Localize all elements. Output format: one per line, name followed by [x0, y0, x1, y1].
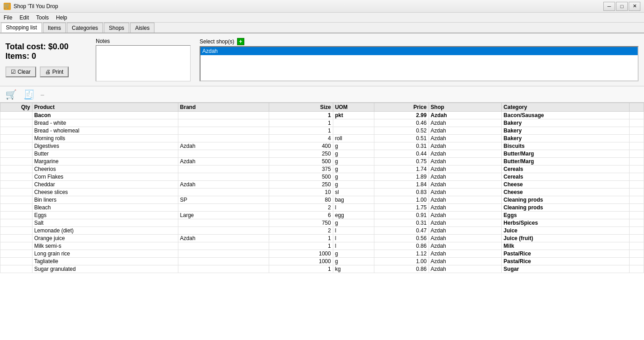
menu-bar: File Edit Tools Help [0, 13, 644, 23]
table-cell-8 [629, 119, 644, 127]
table-row[interactable]: Bread - white10.46AzdahBakery [0, 119, 644, 127]
menu-tools[interactable]: Tools [33, 14, 52, 22]
tab-items[interactable]: Items [43, 23, 66, 33]
table-cell-1: Lemonade (diet) [32, 227, 178, 235]
table-cell-1: Corn Flakes [32, 173, 178, 181]
table-cell-7: Pasta/Rice [502, 258, 630, 265]
table-container[interactable]: Qty Product Brand Size UOM Price Shop Ca… [0, 103, 644, 340]
table-cell-3: 250 [269, 181, 333, 189]
close-button[interactable]: ✕ [629, 2, 640, 11]
table-cell-0 [0, 258, 33, 265]
table-cell-5: 0.83 [374, 189, 429, 196]
table-cell-1: Bleach [32, 204, 178, 212]
notes-label: Notes [96, 38, 191, 44]
notes-textarea[interactable] [96, 45, 191, 81]
table-cell-5: 0.44 [374, 150, 429, 158]
table-cell-5: 0.47 [374, 227, 429, 235]
table-cell-6: Azdah [429, 181, 501, 189]
table-row[interactable]: Long grain rice1000g1.12AzdahPasta/Rice [0, 250, 644, 258]
table-cell-6: Azdah [429, 204, 501, 212]
table-row[interactable]: Butter250g0.44AzdahButter/Marg [0, 150, 644, 158]
table-cell-2: SP [178, 196, 269, 204]
table-cell-5: 1.12 [374, 250, 429, 258]
table-row[interactable]: Lemonade (diet)2l0.47AzdahJuice [0, 227, 644, 235]
shop-listbox[interactable]: Azdah [200, 46, 639, 81]
table-row[interactable]: Bread - wholemeal10.52AzdahBakery [0, 127, 644, 135]
table-row[interactable]: Bleach2l1.75AzdahCleaning prods [0, 204, 644, 212]
table-cell-1: Butter [32, 150, 178, 158]
maximize-button[interactable]: □ [616, 2, 628, 11]
menu-edit[interactable]: Edit [16, 14, 33, 22]
table-row[interactable]: Cheerios375g1.74AzdahCereals [0, 165, 644, 173]
tab-shops[interactable]: Shops [104, 23, 129, 33]
table-cell-5: 0.52 [374, 127, 429, 135]
table-cell-7: Cleaning prods [502, 204, 630, 212]
table-row[interactable]: Milk semi-s1l0.86AzdahMilk [0, 242, 644, 250]
table-cell-4: l [333, 242, 374, 250]
table-cell-4: g [333, 219, 374, 227]
table-cell-7: Cereals [502, 173, 630, 181]
items-count: Items: 0 [5, 52, 87, 61]
table-cell-0 [0, 219, 33, 227]
table-cell-5: 0.51 [374, 135, 429, 142]
table-cell-4: l [333, 227, 374, 235]
table-cell-4: g [333, 142, 374, 150]
print-button[interactable]: 🖨 Print [40, 66, 69, 77]
table-cell-1: Margarine [32, 158, 178, 165]
add-shop-button[interactable]: + [237, 38, 244, 45]
table-cell-2 [178, 127, 269, 135]
tab-categories[interactable]: Categories [67, 23, 103, 33]
table-row[interactable]: DigestivesAzdah400g0.31AzdahBiscuits [0, 142, 644, 150]
table-cell-7: Bakery [502, 119, 630, 127]
table-cell-2: Azdah [178, 142, 269, 150]
table-cell-6: Azdah [429, 250, 501, 258]
table-row[interactable]: Corn Flakes500g1.89AzdahCereals [0, 173, 644, 181]
table-cell-6: Azdah [429, 158, 501, 165]
table-row[interactable]: EggsLarge6egg0.91AzdahEggs [0, 212, 644, 219]
table-cell-7: Juice [502, 227, 630, 235]
minimize-button[interactable]: ─ [603, 2, 615, 11]
table-cell-3: 6 [269, 212, 333, 219]
table-cell-2: Azdah [178, 181, 269, 189]
table-cell-4: g [333, 258, 374, 265]
shop-select-header: Select shop(s) + [200, 38, 639, 45]
table-cell-3: 1 [269, 265, 333, 273]
menu-help[interactable]: Help [52, 14, 71, 22]
table-cell-8 [629, 258, 644, 265]
table-cell-2 [178, 204, 269, 212]
shop-listbox-item[interactable]: Azdah [201, 47, 638, 55]
grocery-icon[interactable]: 🛒 [4, 88, 18, 101]
table-row[interactable]: Tagliatelle1000g1.00AzdahPasta/Rice [0, 258, 644, 265]
table-cell-0 [0, 112, 33, 119]
table-cell-0 [0, 142, 33, 150]
table-row[interactable]: Sugar granulated1kg0.86AzdahSugar [0, 265, 644, 273]
tab-shopping-list[interactable]: Shopping list [1, 23, 42, 33]
table-row[interactable]: Salt750g0.31AzdahHerbs/Spices [0, 219, 644, 227]
table-cell-3: 1 [269, 119, 333, 127]
table-cell-2: Large [178, 212, 269, 219]
table-row[interactable]: MargarineAzdah500g0.75AzdahButter/Marg [0, 158, 644, 165]
table-cell-8 [629, 135, 644, 142]
receipt-icon[interactable]: 🧾 [22, 88, 36, 101]
table-row[interactable]: Orange juiceAzdah1l0.56AzdahJuice (fruit… [0, 235, 644, 242]
clear-button[interactable]: ☑ Clear [5, 66, 36, 77]
menu-file[interactable]: File [0, 14, 16, 22]
table-cell-3: 80 [269, 196, 333, 204]
table-row[interactable]: Bin linersSP80bag1.00AzdahCleaning prods [0, 196, 644, 204]
table-row[interactable]: Morning rolls4roll0.51AzdahBakery [0, 135, 644, 142]
table-cell-7: Cheese [502, 189, 630, 196]
table-cell-4: bag [333, 196, 374, 204]
table-row[interactable]: Cheese slices10sl0.83AzdahCheese [0, 189, 644, 196]
table-cell-5: 1.00 [374, 196, 429, 204]
table-cell-7: Bacon/Sausage [502, 112, 630, 119]
table-cell-4: pkt [333, 112, 374, 119]
table-cell-0 [0, 181, 33, 189]
table-cell-4: egg [333, 212, 374, 219]
table-row[interactable]: Bacon1pkt2.99AzdahBacon/Sausage [0, 112, 644, 119]
table-cell-5: 1.84 [374, 181, 429, 189]
table-row[interactable]: CheddarAzdah250g1.84AzdahCheese [0, 181, 644, 189]
col-header-product: Product [32, 103, 178, 112]
tab-aisles[interactable]: Aisles [130, 23, 154, 33]
table-cell-7: Juice (fruit) [502, 235, 630, 242]
table-cell-8 [629, 204, 644, 212]
